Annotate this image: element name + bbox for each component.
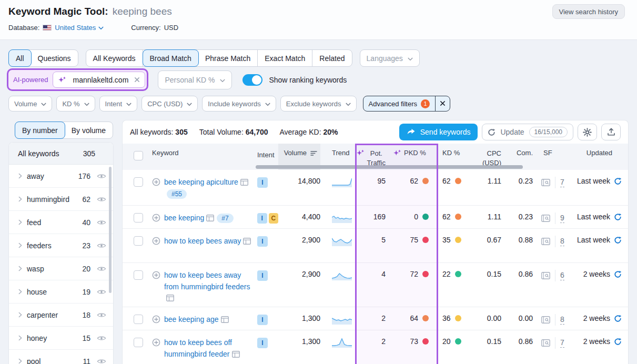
sf-count[interactable]: 9	[560, 214, 564, 223]
clear-advanced-filters-button[interactable]	[436, 96, 450, 111]
horizontal-scrollbar[interactable]	[256, 165, 523, 169]
clear-input-icon[interactable]	[134, 77, 140, 83]
row-checkbox[interactable]	[134, 338, 143, 347]
sf-count[interactable]: 8	[560, 315, 564, 325]
serp-features-icon[interactable]	[541, 238, 550, 245]
tab-phrase-match[interactable]: Phrase Match	[198, 50, 258, 66]
serp-preview-icon[interactable]	[232, 351, 240, 358]
keyword-link[interactable]: bee keeping apiculture	[164, 178, 238, 186]
personal-kd-dropdown[interactable]: Personal KD %	[158, 70, 232, 89]
sf-count[interactable]: 7	[560, 338, 564, 348]
tab-broad-match[interactable]: Broad Match	[143, 49, 199, 67]
row-checkbox[interactable]	[134, 236, 143, 246]
sidebar-group-feed[interactable]: feed 40	[9, 211, 113, 234]
show-ranking-keywords-toggle[interactable]	[242, 74, 262, 86]
eye-icon[interactable]	[97, 266, 106, 272]
keyword-link[interactable]: bee keeping age	[164, 315, 219, 323]
refresh-icon[interactable]	[614, 177, 622, 185]
sidebar-group-pool[interactable]: pool 11	[9, 350, 113, 364]
chevron-right-icon[interactable]	[18, 219, 22, 225]
tab-all-keywords[interactable]: All Keywords	[86, 50, 143, 66]
tab-by-number[interactable]: By number	[15, 122, 65, 139]
intent-filter-dropdown[interactable]: Intent	[99, 96, 138, 112]
sf-count[interactable]: 7	[560, 178, 564, 187]
chevron-right-icon[interactable]	[18, 242, 22, 248]
add-keyword-icon[interactable]	[152, 236, 160, 247]
serp-features-icon[interactable]	[541, 215, 550, 222]
send-keywords-button[interactable]: Send keywords	[399, 124, 478, 140]
languages-dropdown[interactable]: Languages	[360, 49, 420, 67]
sidebar-group-honey[interactable]: honey 15	[9, 327, 113, 350]
table-settings-button[interactable]	[578, 124, 597, 140]
update-button[interactable]: Update 16/15,000	[482, 124, 573, 140]
row-checkbox[interactable]	[134, 213, 143, 223]
advanced-filters-button[interactable]: Advanced filters 1	[363, 96, 436, 111]
refresh-icon[interactable]	[614, 270, 622, 278]
tab-related[interactable]: Related	[312, 50, 351, 66]
domain-input[interactable]	[73, 76, 130, 84]
eye-icon[interactable]	[97, 173, 106, 179]
chevron-right-icon[interactable]	[18, 358, 22, 364]
sidebar-all-keywords-row[interactable]: All keywords 305	[9, 143, 113, 165]
sort-icon[interactable]	[310, 149, 317, 156]
export-button[interactable]	[601, 124, 621, 140]
tab-all[interactable]: All	[8, 49, 32, 67]
view-search-history-button[interactable]: View search history	[552, 4, 625, 19]
add-keyword-icon[interactable]	[152, 337, 160, 360]
serp-features-icon[interactable]	[541, 272, 550, 279]
eye-icon[interactable]	[97, 289, 106, 295]
sidebar-group-wasp[interactable]: wasp 20	[9, 257, 113, 280]
refresh-icon[interactable]	[614, 338, 622, 346]
add-keyword-icon[interactable]	[152, 314, 160, 326]
sidebar-group-feeders[interactable]: feeders 23	[9, 234, 113, 257]
eye-icon[interactable]	[97, 219, 106, 226]
tab-by-volume[interactable]: By volume	[65, 122, 113, 138]
keyword-link[interactable]: how to keep bees away from hummingbird f…	[164, 271, 250, 291]
row-checkbox[interactable]	[134, 177, 143, 187]
serp-features-icon[interactable]	[541, 316, 550, 323]
sidebar-group-carpenter[interactable]: carpenter 18	[9, 304, 113, 327]
serp-preview-icon[interactable]	[243, 238, 251, 245]
row-checkbox[interactable]	[134, 315, 143, 324]
serp-preview-icon[interactable]	[206, 215, 214, 221]
chevron-right-icon[interactable]	[18, 266, 22, 271]
refresh-icon[interactable]	[614, 236, 622, 244]
eye-icon[interactable]	[97, 312, 106, 318]
add-keyword-icon[interactable]	[152, 177, 160, 199]
keyword-link[interactable]: how to keep bees off hummingbird feeder	[164, 338, 232, 358]
chevron-right-icon[interactable]	[18, 312, 22, 318]
volume-filter-dropdown[interactable]: Volume	[8, 96, 52, 112]
eye-icon[interactable]	[97, 242, 106, 249]
sf-count[interactable]: 6	[560, 271, 564, 280]
refresh-icon[interactable]	[614, 213, 622, 221]
sidebar-group-house[interactable]: house 19	[9, 280, 113, 304]
column-header-updated[interactable]: Updated	[574, 144, 628, 170]
add-keyword-icon[interactable]	[152, 270, 160, 304]
cpc-filter-dropdown[interactable]: CPC (USD)	[141, 96, 198, 112]
serp-preview-icon[interactable]	[240, 179, 248, 186]
tab-exact-match[interactable]: Exact Match	[258, 50, 312, 66]
select-all-checkbox[interactable]	[134, 151, 143, 160]
serp-preview-icon[interactable]	[221, 316, 229, 323]
domain-input-box[interactable]	[53, 72, 145, 88]
eye-icon[interactable]	[97, 335, 106, 341]
chevron-right-icon[interactable]	[18, 289, 22, 295]
kd-filter-dropdown[interactable]: KD %	[56, 96, 95, 112]
add-keyword-icon[interactable]	[152, 213, 160, 224]
database-selector[interactable]: United States	[55, 24, 104, 32]
serp-preview-icon[interactable]	[166, 295, 174, 301]
sf-count[interactable]: 8	[560, 237, 564, 246]
sidebar-group-hummingbird[interactable]: hummingbird 62	[9, 188, 113, 211]
tab-questions[interactable]: Questions	[31, 50, 78, 66]
include-keywords-dropdown[interactable]: Include keywords	[202, 96, 276, 112]
chevron-right-icon[interactable]	[18, 173, 22, 179]
row-checkbox[interactable]	[134, 270, 143, 280]
serp-features-icon[interactable]	[541, 339, 550, 347]
sidebar-scrollbar[interactable]	[109, 167, 112, 293]
keyword-link[interactable]: bee keeping	[164, 214, 204, 222]
eye-icon[interactable]	[97, 358, 106, 364]
eye-icon[interactable]	[97, 196, 106, 203]
keyword-link[interactable]: how to keep bees away	[164, 237, 241, 245]
exclude-keywords-dropdown[interactable]: Exclude keywords	[280, 96, 357, 112]
chevron-right-icon[interactable]	[18, 196, 22, 202]
